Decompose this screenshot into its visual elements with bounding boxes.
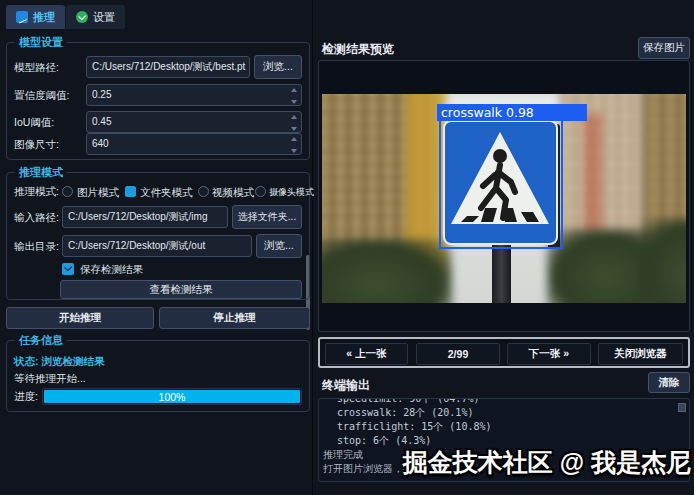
iou-input[interactable]: 0.45 xyxy=(86,111,302,133)
save-image-button[interactable]: 保存图片 xyxy=(638,37,690,59)
image-size-value: 640 xyxy=(92,138,109,149)
sign-pole xyxy=(492,244,511,303)
tab-inference-label: 推理 xyxy=(33,10,55,25)
model-path-label: 模型路径: xyxy=(14,56,59,78)
image-counter: 2/99 xyxy=(416,343,500,365)
terminal-line: crosswalk: 28个 (20.1%) xyxy=(319,406,689,420)
image-size-input[interactable]: 640 xyxy=(86,133,302,155)
radio-folder-mode-label[interactable]: 文件夹模式 xyxy=(140,186,193,200)
task-info-title: 任务信息 xyxy=(15,333,67,348)
panel-divider xyxy=(312,0,313,495)
inference-mode-title: 推理模式 xyxy=(15,165,67,180)
spinner-arrows-icon[interactable] xyxy=(291,88,299,104)
tab-inference[interactable]: 推理 xyxy=(6,5,65,29)
watermark: 掘金技术社区 @ 我是杰尼 xyxy=(400,446,694,479)
progress-bar: 100% xyxy=(42,388,302,405)
radio-camera-mode[interactable] xyxy=(255,186,266,197)
tree-bottom-left xyxy=(322,239,452,303)
save-results-label[interactable]: 保存检测结果 xyxy=(80,263,143,277)
view-results-button[interactable]: 查看检测结果 xyxy=(60,280,302,299)
confidence-input[interactable]: 0.25 xyxy=(86,84,302,106)
check-circle-icon xyxy=(76,11,88,23)
next-image-button[interactable]: 下一张 » xyxy=(507,343,591,365)
prev-image-button[interactable]: « 上一张 xyxy=(325,343,408,365)
mode-row-label: 推理模式: xyxy=(14,180,59,202)
radio-camera-mode-label[interactable]: 摄像头模式 xyxy=(269,186,314,198)
input-path-input[interactable]: C:/Users/712/Desktop/测试/img xyxy=(62,206,228,228)
output-path-input[interactable]: C:/Users/712/Desktop/测试/out xyxy=(62,235,252,257)
radio-video-mode-label[interactable]: 视频模式 xyxy=(212,186,254,200)
select-folder-button[interactable]: 选择文件夹... xyxy=(232,205,302,229)
radio-folder-mode[interactable] xyxy=(125,186,136,197)
detection-bbox xyxy=(439,105,563,249)
start-inference-button[interactable]: 开始推理 xyxy=(6,307,154,329)
terminal-line: speedlimit: 90个 (64.7%) xyxy=(319,398,689,406)
stop-inference-button[interactable]: 停止推理 xyxy=(159,307,310,329)
image-size-label: 图像尺寸: xyxy=(14,133,59,155)
radio-image-mode[interactable] xyxy=(62,186,73,197)
spinner-arrows-icon[interactable] xyxy=(291,137,299,153)
preview-title: 检测结果预览 xyxy=(322,38,394,60)
clear-terminal-button[interactable]: 清除 xyxy=(648,372,690,393)
output-path-label: 输出目录: xyxy=(14,235,59,257)
building-right-red-accent xyxy=(584,114,602,234)
model-browse-button[interactable]: 浏览... xyxy=(254,55,302,79)
save-results-checkbox[interactable] xyxy=(62,263,74,275)
tree-bottom-far-right xyxy=(642,219,686,303)
model-path-input[interactable]: C:/Users/712/Desktop/测试/best.pt xyxy=(86,56,250,78)
progress-fill: 100% xyxy=(44,390,300,403)
spinner-arrows-icon[interactable] xyxy=(291,115,299,131)
model-settings-title: 模型设置 xyxy=(15,35,67,50)
terminal-line: trafficlight: 15个 (10.8%) xyxy=(319,420,689,434)
tab-settings[interactable]: 设置 xyxy=(66,5,125,29)
app-window: 推理 设置 模型设置 模型路径: C:/Users/712/Desktop/测试… xyxy=(0,0,694,495)
tab-settings-label: 设置 xyxy=(93,10,115,25)
radio-video-mode[interactable] xyxy=(198,186,209,197)
confidence-value: 0.25 xyxy=(92,89,111,100)
iou-value: 0.45 xyxy=(92,116,111,127)
output-browse-button[interactable]: 浏览... xyxy=(256,234,302,258)
progress-label: 进度: xyxy=(14,385,38,407)
detection-label: crosswalk 0.98 xyxy=(437,104,587,121)
detection-preview-image: crosswalk 0.98 xyxy=(322,94,686,303)
terminal-scrollbar[interactable] xyxy=(678,403,686,412)
browser-nav-bar: « 上一张 2/99 下一张 » 关闭浏览器 xyxy=(318,337,690,368)
terminal-title: 终端输出 xyxy=(322,374,370,396)
radio-image-mode-label[interactable]: 图片模式 xyxy=(77,186,119,200)
close-browser-button[interactable]: 关闭浏览器 xyxy=(598,343,683,365)
chart-icon xyxy=(16,11,28,23)
iou-label: IoU阈值: xyxy=(14,111,54,133)
confidence-label: 置信度阈值: xyxy=(14,84,69,106)
input-path-label: 输入路径: xyxy=(14,206,59,228)
